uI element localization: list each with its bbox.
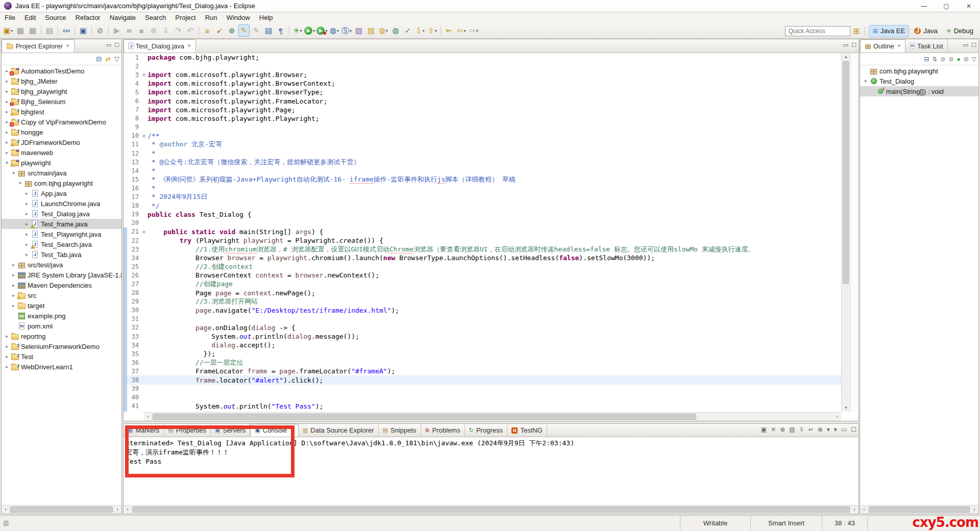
code-line-26[interactable]: 26 BrowserContext context = browser.newC… bbox=[124, 271, 841, 280]
chevron-down-icon[interactable]: ▾ bbox=[10, 170, 17, 175]
fast-view-icon[interactable]: ▥ bbox=[3, 519, 9, 526]
editor-vscrollbar[interactable]: ▲ ▼ bbox=[841, 53, 850, 412]
explorer-item-src[interactable]: ▸src bbox=[2, 290, 121, 300]
menu-help[interactable]: Help bbox=[255, 13, 278, 23]
explorer-item-seleniumframeworkdemo[interactable]: ▸SeleniumFrameworkDemo bbox=[2, 341, 121, 351]
chevron-right-icon[interactable]: ▸ bbox=[4, 79, 10, 84]
step-over-icon[interactable]: ↷ bbox=[173, 24, 184, 37]
chevron-right-icon[interactable]: ▸ bbox=[4, 150, 10, 155]
close-button[interactable]: ✕ bbox=[958, 0, 980, 12]
minimize-view-icon[interactable]: ▭ bbox=[843, 42, 848, 48]
code-line-3[interactable]: 3⊖import com.microsoft.playwright.Browse… bbox=[124, 70, 841, 79]
explorer-item-src-main-java[interactable]: ▾src/main/java bbox=[2, 168, 121, 178]
chevron-right-icon[interactable]: ▸ bbox=[10, 262, 17, 267]
explorer-item-com-bjhg-playwright[interactable]: ▾com.bjhg.playwright bbox=[2, 178, 121, 188]
fold-collapse-icon[interactable]: ⊖ bbox=[140, 133, 148, 139]
explorer-item-bjhg-playwright[interactable]: ▸bjhg_playwright bbox=[2, 86, 121, 96]
tab-outline[interactable]: Outline ✕ bbox=[860, 39, 905, 53]
code-line-40[interactable]: 40 bbox=[124, 393, 841, 402]
collapse-all-icon[interactable]: ⊟ bbox=[96, 55, 102, 63]
binary-console-icon[interactable]: 010 bbox=[61, 24, 72, 37]
code-line-36[interactable]: 36 //一层一层定位 bbox=[124, 358, 841, 367]
explorer-item-hongge[interactable]: ▸hongge bbox=[2, 127, 121, 137]
outline-item-com-bjhg-playwright[interactable]: com.bjhg.playwright bbox=[860, 66, 978, 76]
dropdown-caret-icon[interactable]: ▾ bbox=[464, 29, 466, 33]
open-perspective-button[interactable]: ⊞ bbox=[851, 25, 862, 37]
collapse-all-icon[interactable]: ⊟ bbox=[924, 56, 929, 63]
drop-to-frame-icon[interactable]: ≡ bbox=[202, 24, 213, 37]
menu-refactor[interactable]: Refactor bbox=[71, 13, 105, 23]
code-line-6[interactable]: 6import com.microsoft.playwright.FrameLo… bbox=[124, 96, 841, 105]
scroll-down-icon[interactable]: ▼ bbox=[842, 404, 850, 412]
new-wizard-icon[interactable]: ▣▾ bbox=[3, 24, 14, 37]
code-line-32[interactable]: 32 page.onDialog(dialog -> { bbox=[124, 323, 841, 332]
scroll-thumb[interactable] bbox=[843, 61, 849, 284]
new-visual-class-icon[interactable]: ⊕ bbox=[226, 24, 237, 37]
code-line-1[interactable]: 1package com.bjhg.playwright; bbox=[124, 53, 841, 62]
code-line-7[interactable]: 7import com.microsoft.playwright.Page; bbox=[124, 106, 841, 114]
open-resource-folder-icon[interactable]: ▨ bbox=[365, 24, 377, 37]
code-line-23[interactable]: 23 //1.使用chromium浏览器，# 浏览器配置，设置以GUI模式启动C… bbox=[124, 245, 841, 254]
code-line-12[interactable]: 12 * bbox=[124, 149, 841, 158]
save-icon[interactable]: ▦ bbox=[15, 24, 26, 37]
word-wrap-icon[interactable]: ↵ bbox=[808, 426, 814, 433]
code-line-20[interactable]: 20 bbox=[124, 219, 841, 227]
code-line-39[interactable]: 39 bbox=[124, 385, 841, 393]
code-line-14[interactable]: 14 * bbox=[124, 166, 841, 175]
explorer-item-maven-dependencies[interactable]: ▸Maven Dependencies bbox=[2, 280, 121, 290]
code-line-33[interactable]: 33 System.out.println(dialog.message()); bbox=[124, 332, 841, 341]
console-tab-testng[interactable]: NTestNG bbox=[507, 424, 547, 437]
code-line-38[interactable]: 38 frame.locator("#alert").click(); bbox=[124, 375, 841, 384]
close-icon[interactable]: ✕ bbox=[187, 43, 191, 48]
console-tab-progress[interactable]: ↻Progress bbox=[465, 424, 507, 437]
overview-ruler[interactable] bbox=[850, 53, 859, 412]
mark-occurrences-icon[interactable]: ✎ bbox=[238, 24, 250, 37]
code-line-18[interactable]: 18 */ bbox=[124, 201, 841, 210]
disconnect-icon[interactable]: ⊗ bbox=[148, 24, 159, 37]
scroll-left-icon[interactable]: ‹ bbox=[124, 505, 132, 514]
explorer-item-src-test-java[interactable]: ▸src/test/java bbox=[2, 260, 121, 270]
menu-file[interactable]: File bbox=[0, 13, 20, 23]
scroll-left-icon[interactable]: ‹ bbox=[144, 413, 152, 421]
scroll-up-icon[interactable]: ▲ bbox=[842, 53, 850, 61]
show-annotations-icon[interactable]: ✎ bbox=[251, 24, 262, 37]
chevron-right-icon[interactable]: ▸ bbox=[4, 334, 10, 339]
show-whitespace-icon[interactable]: ¶ bbox=[275, 24, 286, 37]
code-line-16[interactable]: 16 * bbox=[124, 184, 841, 192]
menu-window[interactable]: Window bbox=[222, 13, 255, 23]
editor-hscrollbar[interactable]: ‹ › bbox=[144, 412, 841, 421]
soap-monitor-icon[interactable]: Ⓢ▾ bbox=[341, 24, 352, 37]
validate-icon[interactable]: ✓ bbox=[402, 24, 413, 37]
explorer-item-example-png[interactable]: example.png bbox=[2, 311, 121, 321]
last-edit-location-icon[interactable]: ⇤ bbox=[444, 24, 455, 37]
terminate-launch-icon[interactable]: ✕ bbox=[771, 426, 776, 433]
minimize-view-icon[interactable]: ▭ bbox=[841, 426, 847, 433]
minimize-view-icon[interactable]: ▭ bbox=[106, 42, 111, 48]
explorer-item-mavenweb[interactable]: ▸mavenweb bbox=[2, 147, 121, 158]
dropdown-caret-icon[interactable]: ▾ bbox=[337, 29, 339, 33]
open-java-folder-icon[interactable]: ▨ bbox=[353, 24, 364, 37]
hide-local-types-icon[interactable]: ⊘ bbox=[964, 56, 969, 63]
show-source-icon[interactable]: ▤ bbox=[263, 24, 274, 37]
menu-project[interactable]: Project bbox=[170, 13, 200, 23]
code-editor[interactable]: 1package com.bjhg.playwright;23⊖import c… bbox=[124, 53, 841, 412]
code-line-30[interactable]: 30 page.navigate("E:/Desktop/test/iframe… bbox=[124, 306, 841, 315]
view-menu-icon[interactable]: ▽ bbox=[972, 56, 976, 63]
code-line-8[interactable]: 8import com.microsoft.playwright.Playwri… bbox=[124, 114, 841, 123]
search-icon[interactable]: ◍▾ bbox=[378, 24, 389, 37]
explorer-item-pom-xml[interactable]: pom.xml bbox=[2, 321, 121, 331]
code-line-25[interactable]: 25 //2.创建context bbox=[124, 262, 841, 271]
new-testng-icon[interactable]: ✳▾ bbox=[292, 24, 303, 37]
explorer-item-webdriverlearn1[interactable]: ▸WebDriverLearn1 bbox=[2, 362, 121, 372]
chevron-right-icon[interactable]: ▸ bbox=[23, 211, 30, 216]
menu-run[interactable]: Run bbox=[201, 13, 222, 23]
chevron-right-icon[interactable]: ▸ bbox=[4, 364, 10, 369]
scroll-left-icon[interactable]: ‹ bbox=[2, 505, 10, 514]
chevron-right-icon[interactable]: ▸ bbox=[23, 242, 30, 247]
dropdown-caret-icon[interactable]: ▾ bbox=[386, 29, 388, 33]
explorer-item-bjhg-jmeter[interactable]: ▸bjhg_JMeter bbox=[2, 76, 121, 86]
chevron-down-icon[interactable]: ▾ bbox=[17, 181, 23, 186]
outline-hscrollbar[interactable]: ‹ › bbox=[860, 505, 978, 514]
menu-edit[interactable]: Edit bbox=[20, 13, 40, 23]
remove-all-terminated-icon[interactable]: ⊗ bbox=[780, 426, 785, 433]
